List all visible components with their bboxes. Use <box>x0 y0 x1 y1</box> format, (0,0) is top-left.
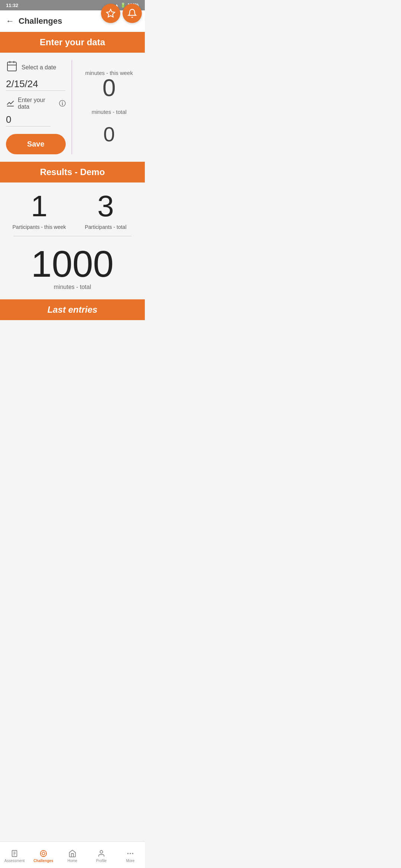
results-header: Results - Demo <box>0 162 145 183</box>
minutes-week-value: 0 <box>102 76 116 100</box>
minutes-total-value: 0 <box>103 124 115 145</box>
total-minutes-value: 1000 <box>6 245 139 282</box>
svg-marker-0 <box>107 9 115 17</box>
participants-total-value: 3 <box>72 191 139 221</box>
participants-week-value: 1 <box>6 191 72 221</box>
date-input[interactable] <box>6 78 65 91</box>
header: ← Challenges <box>0 10 145 32</box>
back-button[interactable]: ← <box>6 16 14 26</box>
data-number-input[interactable] <box>6 113 50 126</box>
date-row: Select a date <box>6 60 66 75</box>
results-divider <box>13 236 131 236</box>
data-entry-row: Enter your data ⓘ <box>6 97 66 110</box>
date-label: Select a date <box>22 64 56 71</box>
page-title: Challenges <box>19 16 62 26</box>
save-button[interactable]: Save <box>6 134 66 154</box>
data-input-row: Select a date Enter your data ⓘ Save min… <box>6 60 139 154</box>
enter-data-header: Enter your data <box>0 32 145 53</box>
svg-rect-1 <box>7 62 16 71</box>
badge-icon <box>106 9 115 18</box>
last-entries-header: Last entries <box>0 299 145 320</box>
results-title: Results - Demo <box>40 167 105 177</box>
nav-spacer <box>0 320 145 347</box>
participants-row: 1 Participants - this week 3 Participant… <box>6 191 139 230</box>
chart-icon <box>6 98 15 109</box>
participants-total-label: Participants - total <box>72 224 139 230</box>
info-icon[interactable]: ⓘ <box>59 99 66 108</box>
minutes-total-label: minutes - total <box>92 109 127 115</box>
status-time: 11:32 <box>6 3 18 8</box>
last-entries-title: Last entries <box>48 305 98 315</box>
notification-button[interactable] <box>123 4 142 23</box>
data-right-col: minutes - this week 0 minutes - total 0 <box>72 60 139 154</box>
bell-icon <box>127 9 137 18</box>
header-icons <box>101 4 142 23</box>
participants-total-col: 3 Participants - total <box>72 191 139 230</box>
data-entry-label: Enter your data <box>18 97 56 110</box>
data-left-col: Select a date Enter your data ⓘ Save <box>6 60 72 154</box>
participants-week-label: Participants - this week <box>6 224 72 230</box>
participants-week-col: 1 Participants - this week <box>6 191 72 230</box>
badge-button[interactable] <box>101 4 120 23</box>
calendar-icon <box>6 60 18 75</box>
results-section: 1 Participants - this week 3 Participant… <box>0 183 145 299</box>
enter-data-title: Enter your data <box>40 37 105 47</box>
enter-data-section: Select a date Enter your data ⓘ Save min… <box>0 53 145 162</box>
total-minutes-label: minutes - total <box>6 284 139 290</box>
